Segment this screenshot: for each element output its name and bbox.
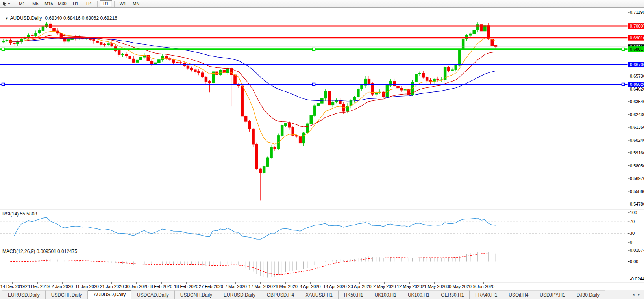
hline-handle[interactable] (2, 48, 5, 51)
cursor-tool-icon[interactable] (1, 1, 7, 7)
price-tick-label: 0.55860 (630, 189, 644, 194)
date-tick-label: 24 Dec 2019 (25, 284, 50, 289)
price-tick-label: 0.60240 (630, 138, 644, 143)
tab-scroll-right-icon[interactable]: ► (637, 293, 641, 297)
price-tick-label: 0.71190 (630, 10, 644, 15)
price-tick-label: 0.58050 (630, 163, 644, 168)
chart-tab-usdchf-daily[interactable]: USDCHF,Daily (46, 290, 88, 299)
timeframe-button-m1[interactable]: M1 (16, 0, 28, 7)
price-tick-label: 0.54780 (630, 202, 644, 206)
mt4-terminal: { "toolbar": { "timeframes": ["M1","M5",… (0, 0, 644, 299)
hline-price-label-text: 0.70007 (630, 24, 644, 28)
cursor-dropdown-caret-icon[interactable]: ▼ (7, 2, 11, 6)
price-tick-label: 0.63540 (630, 99, 644, 104)
date-tick-label: 14 Apr 2020 (323, 284, 346, 289)
date-tick-label: 2 Jan 2020 (52, 284, 73, 289)
price-tick-label: 0.56970 (630, 176, 644, 181)
chart-title: ▼AUDUSD,Daily0.68340 0.68416 0.68062 0.6… (2, 10, 117, 21)
macd-tick-label: -0.024417 (630, 277, 644, 281)
date-tick-label: 7 Mar 2020 (225, 284, 247, 289)
timeframe-button-w1[interactable]: W1 (117, 0, 129, 7)
hline-handle[interactable] (313, 48, 315, 51)
chart-tab-hk50-h1[interactable]: HK50,H1 (339, 290, 369, 299)
price-tick-label: 0.65730 (630, 74, 644, 78)
collapse-icon[interactable]: ▼ (5, 17, 9, 20)
toolbar-separator (97, 1, 98, 7)
date-tick-label: 27 Feb 2020 (199, 284, 223, 289)
chart-tab-usdcnh-daily[interactable]: USDCNH,Daily (175, 290, 218, 299)
chart-tab-bar: EURUSD,DailyUSDCHF,DailyAUDUSD,DailyUSDC… (0, 290, 644, 299)
rsi-indicator-label: RSI(14) 55.5808 (2, 211, 37, 217)
chart-tab-gbpusd-h4[interactable]: GBPUSD,H4 (261, 290, 300, 299)
symbol-period-label: AUDUSD,Daily (10, 15, 42, 21)
timeframe-button-d1[interactable]: D1 (100, 0, 112, 7)
date-tick-label: 30 Jan 2020 (125, 284, 149, 289)
timeframe-button-m5[interactable]: M5 (29, 0, 42, 7)
hline-handle[interactable] (622, 83, 625, 86)
chart-tab-uk100-h1[interactable]: UK100,H1 (369, 290, 402, 299)
price-tick-label: 0.59160 (630, 150, 644, 155)
toolbar-grip-handle[interactable] (13, 1, 13, 7)
chart-tab-uk100-h1[interactable]: UK100,H1 (402, 290, 435, 299)
toolbar-separator (114, 1, 115, 7)
rsi-tick-label: 70 (630, 219, 635, 224)
date-tick-label: 21 May 2020 (422, 284, 447, 289)
date-tick-label: 30 May 2020 (446, 284, 472, 289)
date-tick-label: 18 Feb 2020 (174, 284, 198, 289)
date-tick-label: 17 Mar 2020 (248, 284, 273, 289)
chart-tab-eurusd-daily[interactable]: EURUSD,Daily (2, 290, 46, 299)
price-tick-label: 0.64620 (630, 87, 644, 91)
price-tick-label: 0.62430 (630, 112, 644, 117)
chart-tab-usoil-h4[interactable]: USOil,H4 (503, 290, 534, 299)
rsi-tick-label: 0 (630, 240, 632, 245)
ohlc-values: 0.68340 0.68416 0.68062 0.68216 (45, 15, 117, 21)
chart-tab-ger30-h1[interactable]: GER30,H1 (435, 290, 470, 299)
chart-tab-xauusd-h1[interactable]: XAUUSD,H1 (300, 290, 339, 299)
date-tick-label: 23 Apr 2020 (348, 284, 371, 289)
rsi-tick-label: 30 (630, 231, 635, 236)
date-tick-label: 2 May 2020 (373, 284, 396, 289)
date-tick-label: 26 Mar 2020 (273, 284, 298, 289)
chart-tab-dj30-daily[interactable]: DJ30,Daily (571, 290, 605, 299)
tab-scroll-buttons: ◄► (628, 290, 644, 299)
hline-handle[interactable] (622, 48, 625, 51)
timeframe-button-group: M1M5M15M30H1H4D1W1MN (15, 0, 143, 7)
timeframe-button-h1[interactable]: H1 (69, 0, 82, 7)
date-tick-label: 4 Apr 2020 (300, 284, 320, 289)
hline-handle[interactable] (313, 83, 315, 86)
hline-price-label-text: 0.66706 (630, 62, 644, 67)
rsi-tick-label: 100 (630, 210, 637, 215)
chart-tab-eurusd-daily[interactable]: EURUSD,Daily (218, 290, 261, 299)
date-tick-label: 11 Jan 2020 (75, 284, 99, 289)
hline-price-label-text: 0.69010 (630, 35, 644, 40)
chart-canvas[interactable]: 0.711900.701100.690000.679200.668100.657… (0, 0, 644, 299)
chart-tab-fra40-h1[interactable]: FRA40,H1 (470, 290, 503, 299)
price-tick-label: 0.61350 (630, 125, 644, 130)
date-tick-label: 14 Dec 2019 (0, 284, 25, 289)
chart-tab-usdcad-daily[interactable]: USDCAD,Daily (131, 290, 175, 299)
hline-price-label-text: 0.65020 (630, 82, 644, 87)
date-tick-label: 8 Feb 2020 (150, 284, 172, 289)
hline-price-label-text: 0.68017 (630, 47, 644, 52)
date-tick-label: 9 Jun 2020 (473, 284, 494, 289)
date-tick-label: 21 Jan 2020 (100, 284, 124, 289)
chart-tab-audusd-daily[interactable]: AUDUSD,Daily (88, 290, 131, 299)
tab-scroll-left-icon[interactable]: ◄ (631, 293, 635, 297)
date-tick-label: 12 May 2020 (397, 284, 422, 289)
timeframe-button-m30[interactable]: M30 (56, 0, 68, 7)
hline-handle[interactable] (2, 83, 5, 86)
timeframe-button-mn[interactable]: MN (130, 0, 142, 7)
chart-tab-usdjpy-h1[interactable]: USDJPY,H1 (534, 290, 571, 299)
macd-indicator-label: MACD(12,26,9) 0.009501 0.012475 (2, 249, 77, 254)
timeframe-button-h4[interactable]: H4 (83, 0, 95, 7)
top-toolbar: ▼ M1M5M15M30H1H4D1W1MN (0, 0, 644, 8)
macd-tick-label: 0.015741 (630, 248, 644, 253)
timeframe-button-m15[interactable]: M15 (43, 0, 55, 7)
macd-tick-label: 0.00 (630, 259, 638, 264)
